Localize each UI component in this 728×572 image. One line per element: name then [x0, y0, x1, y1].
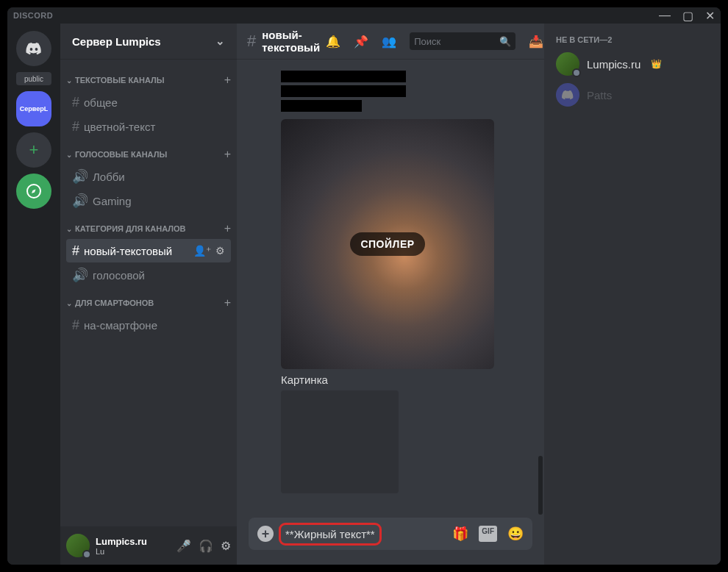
mute-button[interactable]: 🎤	[176, 539, 191, 553]
deafen-button[interactable]: 🎧	[199, 539, 213, 553]
members-sidebar: НЕ В СЕТИ—2 Lumpics.ru 👑 Patts	[544, 24, 721, 565]
server-header[interactable]: Сервер Lumpics ⌄	[60, 24, 237, 59]
gift-icon[interactable]: 🎁	[452, 526, 468, 542]
channel-name: на-смартфоне	[84, 319, 157, 332]
pinned-icon[interactable]: 📌	[354, 35, 368, 49]
discord-icon	[561, 88, 574, 101]
add-channel-button[interactable]: +	[224, 296, 231, 310]
hash-icon: #	[72, 318, 79, 333]
chevron-down-icon: ⌄	[215, 35, 225, 48]
user-tag: Lu	[96, 547, 171, 556]
hash-icon: #	[72, 243, 79, 259]
channel-item-selected[interactable]: # новый-текстовый 👤⁺ ⚙	[66, 239, 231, 262]
category-label[interactable]: ТЕКСТОВЫЕ КАНАЛЫ	[66, 76, 165, 85]
message-composer: + **Жирный текст** 🎁 GIF 😀	[249, 518, 532, 550]
search-input[interactable]: Поиск 🔍	[410, 32, 515, 50]
channel-name: цветной-текст	[84, 121, 155, 133]
search-icon: 🔍	[499, 36, 511, 47]
status-indicator	[82, 550, 91, 559]
attachment-caption: Картинка	[281, 373, 532, 386]
explore-button[interactable]	[16, 174, 51, 209]
add-channel-button[interactable]: +	[224, 74, 231, 87]
compass-icon	[25, 182, 43, 200]
channel-item[interactable]: 🔊 Лобби	[66, 165, 231, 188]
composer-text-content: **Жирный текст**	[282, 526, 378, 542]
gear-icon[interactable]: ⚙	[215, 245, 225, 257]
member-item[interactable]: Lumpics.ru 👑	[550, 49, 715, 79]
channel-title: новый-текстовый	[262, 29, 320, 54]
home-button[interactable]	[16, 31, 51, 66]
discord-icon	[25, 40, 43, 57]
crown-icon: 👑	[651, 59, 662, 69]
maximize-button[interactable]: ▢	[682, 9, 693, 23]
member-item[interactable]: Patts	[550, 79, 715, 110]
member-avatar	[556, 52, 579, 76]
add-channel-button[interactable]: +	[224, 148, 231, 161]
channel-name: общее	[84, 96, 118, 109]
spoiler-badge: СПОЙЛЕР	[350, 232, 424, 256]
hash-icon: #	[72, 119, 79, 135]
member-name: Lumpics.ru	[587, 58, 640, 71]
inbox-icon[interactable]: 📥	[529, 35, 543, 49]
search-placeholder: Поиск	[414, 36, 440, 47]
channel-name: Лобби	[93, 171, 125, 183]
speaker-icon: 🔊	[72, 168, 88, 185]
redacted-text	[281, 85, 406, 97]
member-name: Patts	[587, 89, 612, 101]
channel-name: новый-текстовый	[84, 245, 172, 257]
category-label[interactable]: ДЛЯ СМАРТФОНОВ	[66, 298, 154, 307]
scrollbar-thumb[interactable]	[538, 456, 543, 515]
settings-button[interactable]: ⚙	[221, 539, 231, 553]
redacted-text	[281, 100, 362, 112]
user-panel: Lumpics.ru Lu 🎤 🎧 ⚙	[60, 526, 237, 565]
chat-header: # новый-текстовый 🔔 📌 👥 Поиск 🔍 📥 ❔	[237, 24, 544, 59]
attachment-placeholder[interactable]	[281, 390, 399, 493]
channel-sidebar: Сервер Lumpics ⌄ ТЕКСТОВЫЕ КАНАЛЫ + # об…	[60, 24, 237, 565]
minimize-button[interactable]: —	[659, 9, 671, 23]
window-titlebar: DISCORD — ▢ ✕	[7, 7, 721, 24]
composer-input[interactable]: **Жирный текст**	[282, 528, 443, 540]
notifications-icon[interactable]: 🔔	[326, 35, 340, 49]
add-channel-button[interactable]: +	[224, 222, 231, 235]
server-item-active[interactable]: СерверL	[16, 91, 51, 126]
member-avatar	[556, 83, 579, 107]
user-name: Lumpics.ru	[96, 536, 171, 547]
category-label[interactable]: ГОЛОСОВЫЕ КАНАЛЫ	[66, 150, 167, 159]
hash-icon: #	[72, 95, 79, 110]
add-server-button[interactable]: +	[16, 132, 51, 168]
category-custom: КАТЕГОРИЯ ДЛЯ КАНАЛОВ +	[60, 213, 237, 238]
invite-icon[interactable]: 👤⁺	[193, 245, 211, 257]
chat-column: # новый-текстовый 🔔 📌 👥 Поиск 🔍 📥 ❔	[237, 24, 544, 565]
channel-item[interactable]: 🔊 Gaming	[66, 189, 231, 212]
gif-button[interactable]: GIF	[479, 526, 497, 542]
channel-name: голосовой	[93, 269, 145, 282]
channel-item[interactable]: # общее	[66, 90, 231, 114]
user-avatar[interactable]	[66, 534, 90, 557]
member-category-label: НЕ В СЕТИ—2	[550, 35, 715, 49]
message-list[interactable]: СПОЙЛЕР Картинка	[237, 59, 544, 518]
category-voice: ГОЛОСОВЫЕ КАНАЛЫ +	[60, 139, 237, 164]
category-label[interactable]: КАТЕГОРИЯ ДЛЯ КАНАЛОВ	[66, 224, 185, 233]
public-tag[interactable]: public	[16, 72, 51, 85]
spoiler-image[interactable]: СПОЙЛЕР	[281, 119, 494, 369]
channel-item[interactable]: # цветной-текст	[66, 115, 231, 138]
hash-icon: #	[247, 32, 256, 51]
channel-item[interactable]: 🔊 голосовой	[66, 263, 231, 287]
members-toggle-icon[interactable]: 👥	[382, 35, 396, 49]
emoji-icon[interactable]: 😀	[507, 526, 524, 542]
speaker-icon: 🔊	[72, 267, 88, 283]
redacted-text	[281, 71, 406, 82]
server-name: Сервер Lumpics	[72, 35, 161, 48]
attach-button[interactable]: +	[257, 526, 274, 542]
category-phones: ДЛЯ СМАРТФОНОВ +	[60, 287, 237, 312]
close-button[interactable]: ✕	[705, 9, 715, 23]
speaker-icon: 🔊	[72, 193, 88, 209]
server-rail: public СерверL +	[7, 24, 60, 565]
app-brand: DISCORD	[13, 11, 53, 20]
category-text: ТЕКСТОВЫЕ КАНАЛЫ +	[60, 65, 237, 90]
channel-name: Gaming	[93, 195, 132, 207]
status-indicator	[572, 68, 581, 77]
channel-item[interactable]: # на-смартфоне	[66, 313, 231, 337]
